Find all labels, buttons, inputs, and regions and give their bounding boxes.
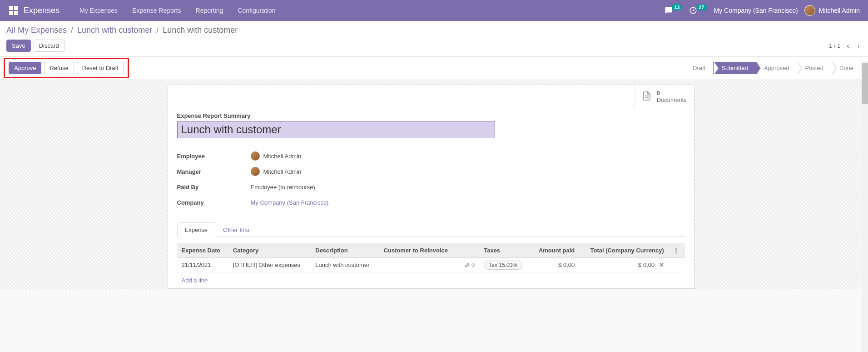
cell-category[interactable]: [OTHER] Other expenses xyxy=(228,258,311,272)
avatar xyxy=(804,5,815,16)
employee-label: Employee xyxy=(177,153,251,160)
scrollbar[interactable] xyxy=(862,61,868,289)
status-steps: Draft Submitted Approved Posted Done xyxy=(685,62,862,74)
approve-button[interactable]: Approve xyxy=(9,62,41,74)
apps-icon[interactable] xyxy=(8,5,19,16)
nav-expense-reports[interactable]: Expense Reports xyxy=(125,7,188,14)
col-taxes[interactable]: Taxes xyxy=(479,243,531,258)
tab-other-info[interactable]: Other Info xyxy=(215,222,257,237)
employee-value: Mitchell Admin xyxy=(263,153,302,160)
activities-indicator[interactable]: 27 xyxy=(689,6,707,15)
col-amount[interactable]: Amount paid xyxy=(531,243,579,258)
status-bar: Approve Refuse Reset to Draft Draft Subm… xyxy=(0,56,868,79)
status-draft[interactable]: Draft xyxy=(684,62,714,74)
tax-chip[interactable]: Tax 15.00% xyxy=(484,261,522,270)
breadcrumb-current: Lunch with customer xyxy=(163,25,238,35)
pager-next[interactable]: › xyxy=(856,42,862,50)
company-label: Company xyxy=(177,199,251,206)
nav-configuration[interactable]: Configuration xyxy=(230,7,283,14)
company-switcher[interactable]: My Company (San Francisco) xyxy=(714,7,798,14)
activities-count: 27 xyxy=(696,4,706,10)
status-submitted[interactable]: Submitted xyxy=(713,62,756,74)
company-field[interactable]: My Company (San Francisco) xyxy=(251,199,329,206)
table-row[interactable]: 21/11/2021 [OTHER] Other expenses Lunch … xyxy=(177,258,685,272)
avatar xyxy=(251,151,260,161)
messages-count: 13 xyxy=(672,4,682,10)
expense-lines-table: Expense Date Category Description Custom… xyxy=(177,243,685,272)
col-category[interactable]: Category xyxy=(228,243,311,258)
pager: 1 / 1 ‹ › xyxy=(829,42,862,50)
col-total[interactable]: Total (Company Currency) xyxy=(579,243,669,258)
documents-button[interactable]: 0 Documents xyxy=(635,85,694,108)
cell-amount[interactable]: $ 0,00 xyxy=(531,258,579,272)
cell-customer[interactable] xyxy=(379,258,458,272)
nav-reporting[interactable]: Reporting xyxy=(188,7,231,14)
user-name: Mitchell Admin xyxy=(819,7,860,14)
documents-count: 0 xyxy=(657,90,687,96)
cell-date[interactable]: 21/11/2021 xyxy=(177,258,228,272)
user-menu[interactable]: Mitchell Admin xyxy=(804,5,860,16)
cell-description[interactable]: Lunch with customer xyxy=(311,258,379,272)
tab-expense[interactable]: Expense xyxy=(177,222,216,237)
cell-total: $ 0,00 xyxy=(638,261,655,268)
messages-indicator[interactable]: 13 xyxy=(665,6,683,15)
col-description[interactable]: Description xyxy=(311,243,379,258)
reset-to-draft-button[interactable]: Reset to Draft xyxy=(77,62,124,74)
breadcrumb-mid[interactable]: Lunch with customer xyxy=(77,25,152,35)
discard-button[interactable]: Discard xyxy=(34,40,64,52)
summary-label: Expense Report Summary xyxy=(177,112,685,119)
breadcrumb-root[interactable]: All My Expenses xyxy=(6,25,67,35)
col-expense-date[interactable]: Expense Date xyxy=(177,243,228,258)
employee-field[interactable]: Mitchell Admin xyxy=(251,151,302,161)
paperclip-icon xyxy=(464,262,470,268)
save-button[interactable]: Save xyxy=(6,40,31,52)
tabs: Expense Other Info xyxy=(177,222,685,237)
manager-field[interactable]: Mitchell Admin xyxy=(251,167,302,176)
breadcrumb: All My Expenses / Lunch with customer / … xyxy=(0,21,868,37)
avatar xyxy=(251,167,260,176)
delete-row-icon[interactable]: ✕ xyxy=(656,261,664,268)
add-line-button[interactable]: Add a line xyxy=(177,272,685,288)
col-attachments xyxy=(458,243,480,258)
status-approved[interactable]: Approved xyxy=(756,62,798,74)
cell-attach-count[interactable]: 0 xyxy=(471,261,475,268)
paidby-label: Paid By xyxy=(177,184,251,191)
pager-prev[interactable]: ‹ xyxy=(845,42,851,50)
col-customer[interactable]: Customer to Reinvoice xyxy=(379,243,458,258)
content-area: 0 Documents Expense Report Summary Emplo… xyxy=(0,79,862,289)
control-row: Save Discard 1 / 1 ‹ › xyxy=(0,37,868,56)
app-title[interactable]: Expenses xyxy=(24,6,60,15)
company-value: My Company (San Francisco) xyxy=(251,199,329,206)
documents-label: Documents xyxy=(657,96,687,103)
summary-input[interactable] xyxy=(177,121,495,138)
paidby-field[interactable]: Employee (to reimburse) xyxy=(251,184,315,191)
navbar: Expenses My Expenses Expense Reports Rep… xyxy=(0,0,868,21)
manager-value: Mitchell Admin xyxy=(263,168,302,175)
document-icon xyxy=(641,91,652,103)
nav-my-expenses[interactable]: My Expenses xyxy=(72,7,125,14)
refuse-button[interactable]: Refuse xyxy=(44,62,74,74)
manager-label: Manager xyxy=(177,168,251,175)
form-sheet: 0 Documents Expense Report Summary Emplo… xyxy=(168,85,694,289)
paidby-value: Employee (to reimburse) xyxy=(251,184,315,191)
highlighted-action-group: Approve Refuse Reset to Draft xyxy=(4,58,129,78)
pager-text: 1 / 1 xyxy=(829,42,840,49)
col-options[interactable]: ⋮ xyxy=(669,243,685,258)
